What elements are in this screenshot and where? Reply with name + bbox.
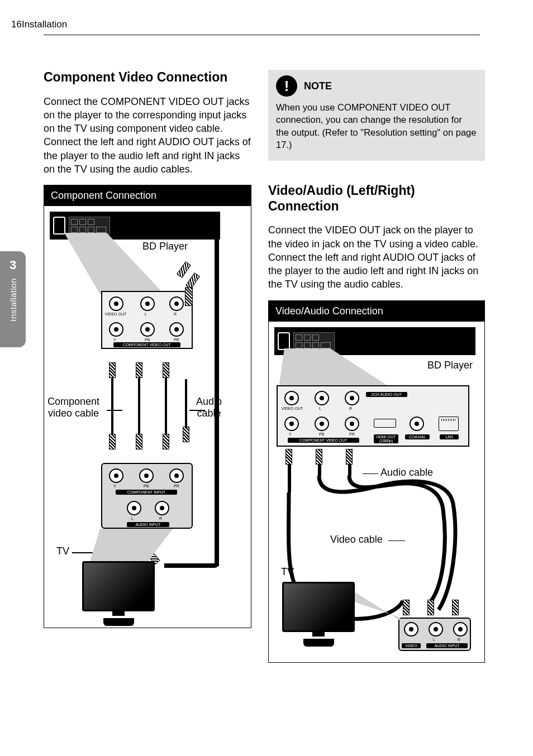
plug-icon [452, 600, 459, 615]
jack-audio-l [315, 391, 329, 405]
note-text: When you use COMPONENT VIDEO OUT connect… [276, 101, 477, 151]
jack-video-out [109, 296, 123, 311]
jack-audio-l [140, 296, 155, 311]
jack-y-in [109, 468, 123, 483]
jack-audio-r-in [453, 622, 468, 637]
bd-player-rear-panel: VIDEO OUT L R 2CH AUDIO OUT Y PB PR COMP… [277, 385, 469, 447]
tv-input-panel: L R VIDEO AUDIO INPUT [398, 618, 471, 651]
txt-hdmi-out: HDMI OUT (1080p) [374, 434, 398, 443]
jack-pb [140, 322, 155, 337]
label-video-cable: Video cable [330, 534, 383, 546]
port-lan [439, 417, 459, 431]
txt-component-video-out: COMPONENT VIDEO OUT [113, 342, 180, 347]
plug-icon [177, 261, 191, 278]
plug-icon [316, 449, 322, 465]
plug-icon [427, 600, 434, 615]
jack-y [109, 322, 123, 337]
jack-audio-l-in [127, 501, 141, 515]
jack-coaxial [410, 417, 424, 431]
page-header: 16 Installation [11, 19, 480, 30]
jack-pr [345, 417, 359, 431]
svg-marker-2 [279, 348, 391, 387]
diagram-component-connection: Component Connection BD Player [44, 185, 251, 628]
plug-icon [109, 362, 116, 378]
plug-icon [185, 287, 193, 306]
jack-pr [169, 322, 184, 337]
jack-audio-l-in [429, 622, 443, 637]
plug-icon [346, 449, 353, 465]
plug-icon [163, 434, 169, 449]
section-title-component: Component Video Connection [44, 70, 251, 85]
diagram-body: BD Player VIDEO OUT L R 2CH AUDIO OUT Y … [269, 322, 484, 662]
jack-audio-r [169, 296, 184, 311]
txt-pb: PB [145, 338, 150, 342]
diagram-body: BD Player VIDEO OUT L R Y PB PR COMPONEN… [44, 206, 251, 628]
section-title-video-audio: Video/Audio (Left/Right) Connection [268, 183, 485, 214]
jack-audio-r-in [155, 501, 169, 515]
jack-pb [315, 417, 329, 431]
jack-pr-in [169, 468, 184, 483]
body-text-component: Connect the COMPONENT VIDEO OUT jacks on… [44, 95, 251, 176]
plug-icon [163, 362, 169, 378]
txt-2ch-audio-out: 2CH AUDIO OUT [366, 392, 407, 397]
jack-video-out [284, 391, 299, 405]
chapter-label: Installation [8, 278, 18, 322]
jack-y [284, 417, 299, 431]
plug-icon [136, 434, 142, 449]
txt-pr: PR [174, 338, 179, 342]
port-hdmi [374, 419, 396, 428]
txt-l: L [145, 312, 147, 316]
txt-audio-input: AUDIO INPUT [426, 643, 468, 648]
tv-icon [282, 582, 355, 647]
chapter-number: 3 [9, 258, 16, 272]
note-header: ! NOTE [276, 75, 477, 97]
label-component-cable: Component video cable [47, 396, 99, 419]
header-rule [44, 35, 480, 35]
diagram-header: Video/Audio Connection [269, 301, 484, 322]
jack-pb-in [139, 468, 154, 483]
diagram-header: Component Connection [44, 185, 251, 206]
plug-icon [109, 434, 116, 449]
txt-coaxial: COAXIAL [405, 434, 430, 439]
body-text-video-audio: Connect the VIDEO OUT jack on the player… [268, 223, 485, 291]
txt-lan: LAN [440, 434, 459, 439]
alert-icon: ! [276, 75, 297, 97]
label-tv: TV [56, 546, 69, 557]
label-bd-player: BD Player [427, 360, 473, 371]
tv-input-panel: Y PB PR COMPONENT INPUT L R AUDIO INPUT [101, 463, 193, 529]
header-section: Installation [22, 19, 67, 30]
diagram-video-audio-connection: Video/Audio Connection BD Player [268, 300, 485, 663]
plug-icon [183, 427, 189, 442]
label-audio-cable: Audio cable [380, 467, 433, 479]
page-number: 16 [11, 19, 22, 30]
label-tv: TV [281, 566, 294, 578]
right-column: ! NOTE When you use COMPONENT VIDEO OUT … [268, 70, 485, 663]
label-audio-cable: Audio cable [196, 396, 222, 419]
tv-icon [82, 561, 155, 626]
txt-video: VIDEO [402, 643, 421, 648]
txt-audio-input: AUDIO INPUT [127, 522, 169, 527]
zoom-beam-icon [61, 233, 178, 300]
txt-component-input: COMPONENT INPUT [116, 490, 177, 495]
txt-y: Y [113, 338, 116, 342]
chapter-tab: 3 Installation [0, 251, 26, 347]
note-title: NOTE [304, 80, 332, 92]
left-column: Component Video Connection Connect the C… [44, 70, 251, 628]
note-box: ! NOTE When you use COMPONENT VIDEO OUT … [268, 70, 485, 161]
jack-audio-r [345, 391, 359, 405]
svg-marker-0 [64, 233, 164, 294]
plug-icon [285, 449, 292, 465]
txt-r: R [174, 312, 177, 316]
plug-icon [136, 362, 142, 378]
bd-player-rear-panel: VIDEO OUT L R Y PB PR COMPONENT VIDEO OU… [101, 291, 193, 349]
txt-video-out: VIDEO OUT [103, 312, 128, 316]
